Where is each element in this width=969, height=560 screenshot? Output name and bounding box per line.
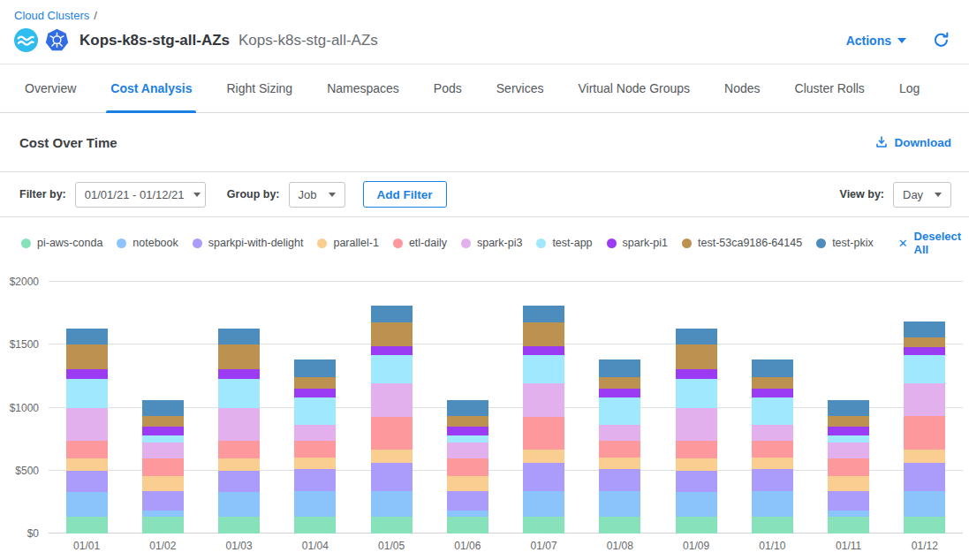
bar-segment-parallel-1[interactable]	[294, 458, 336, 469]
bar-segment-spark-pi1[interactable]	[142, 427, 184, 435]
bar-segment-spark-pi3[interactable]	[218, 408, 260, 442]
tab-cluster-rolls[interactable]: Cluster Rolls	[792, 64, 867, 112]
bar-segment-test-pkix[interactable]	[142, 400, 184, 416]
legend-item-test-app[interactable]: test-app	[536, 237, 592, 249]
bar-segment-notebook[interactable]	[904, 491, 945, 517]
bar-segment-spark-pi1[interactable]	[66, 369, 108, 379]
bar-segment-parallel-1[interactable]	[599, 458, 640, 469]
tab-services[interactable]: Services	[494, 64, 547, 112]
bar-segment-etl-daily[interactable]	[294, 441, 336, 458]
legend-item-parallel-1[interactable]: parallel-1	[317, 237, 378, 249]
bar-segment-test-53ca9186-64145[interactable]	[371, 322, 413, 346]
bar-segment-parallel-1[interactable]	[904, 450, 945, 463]
bar-segment-test-pkix[interactable]	[447, 400, 488, 416]
bar-segment-test-53ca9186-64145[interactable]	[828, 416, 869, 427]
bar-segment-pi-aws-conda[interactable]	[676, 517, 717, 534]
legend-item-etl-daily[interactable]: etl-daily	[393, 237, 447, 249]
bar-segment-sparkpi-with-delight[interactable]	[828, 491, 869, 511]
deselect-all-button[interactable]: ✕ Deselect All	[898, 230, 969, 256]
bar-segment-etl-daily[interactable]	[66, 441, 108, 458]
bar-segment-sparkpi-with-delight[interactable]	[66, 471, 108, 492]
bar-segment-spark-pi3[interactable]	[676, 408, 717, 442]
bar-segment-test-app[interactable]	[752, 397, 793, 425]
legend-item-spark-pi3[interactable]: spark-pi3	[461, 237, 522, 249]
tab-nodes[interactable]: Nodes	[722, 64, 762, 112]
bar-segment-etl-daily[interactable]	[599, 441, 640, 458]
bar-segment-sparkpi-with-delight[interactable]	[142, 491, 184, 511]
bar-segment-pi-aws-conda[interactable]	[294, 517, 336, 534]
bar-segment-notebook[interactable]	[218, 492, 260, 518]
bar-segment-parallel-1[interactable]	[676, 458, 717, 471]
bar-segment-sparkpi-with-delight[interactable]	[904, 463, 945, 491]
bar-segment-etl-daily[interactable]	[523, 417, 564, 450]
stacked-bar-01/02[interactable]	[142, 282, 184, 534]
bar-segment-sparkpi-with-delight[interactable]	[599, 469, 640, 492]
bar-segment-pi-aws-conda[interactable]	[371, 517, 413, 534]
bar-segment-pi-aws-conda[interactable]	[904, 517, 945, 534]
view-by-select[interactable]: Day	[893, 182, 951, 208]
bar-segment-spark-pi1[interactable]	[752, 389, 793, 397]
refresh-icon[interactable]	[933, 32, 950, 49]
bar-segment-pi-aws-conda[interactable]	[599, 517, 640, 534]
stacked-bar-01/03[interactable]	[218, 282, 260, 534]
legend-item-test-53ca9186-64145[interactable]: test-53ca9186-64145	[682, 237, 802, 249]
stacked-bar-01/10[interactable]	[752, 282, 793, 534]
bar-segment-test-app[interactable]	[66, 379, 108, 407]
bar-segment-test-app[interactable]	[371, 355, 413, 383]
bar-segment-test-app[interactable]	[523, 355, 564, 383]
bar-segment-sparkpi-with-delight[interactable]	[371, 463, 413, 492]
bar-segment-notebook[interactable]	[676, 492, 717, 518]
bar-segment-test-53ca9186-64145[interactable]	[676, 344, 717, 369]
bar-segment-parallel-1[interactable]	[142, 476, 184, 490]
bar-segment-test-pkix[interactable]	[828, 400, 869, 416]
bar-segment-sparkpi-with-delight[interactable]	[523, 463, 564, 492]
bar-segment-spark-pi1[interactable]	[218, 369, 260, 379]
bar-segment-test-pkix[interactable]	[599, 359, 640, 376]
stacked-bar-01/05[interactable]	[371, 282, 413, 534]
bar-segment-spark-pi3[interactable]	[447, 443, 488, 459]
bar-segment-notebook[interactable]	[66, 492, 108, 518]
bar-segment-etl-daily[interactable]	[904, 416, 945, 450]
bar-segment-spark-pi3[interactable]	[523, 383, 564, 417]
bar-segment-spark-pi1[interactable]	[447, 427, 488, 435]
bar-segment-parallel-1[interactable]	[66, 458, 108, 471]
add-filter-button[interactable]: Add Filter	[363, 181, 447, 208]
bar-segment-notebook[interactable]	[294, 491, 336, 517]
bar-segment-test-pkix[interactable]	[371, 306, 413, 322]
bar-segment-test-app[interactable]	[218, 379, 260, 407]
bar-segment-spark-pi1[interactable]	[371, 346, 413, 354]
bar-segment-spark-pi3[interactable]	[371, 383, 413, 417]
bar-segment-spark-pi1[interactable]	[523, 346, 564, 354]
stacked-bar-01/06[interactable]	[447, 282, 488, 534]
tab-log[interactable]: Log	[897, 64, 922, 112]
date-range-select[interactable]: 01/01/21 - 01/12/21	[75, 182, 206, 208]
bar-segment-spark-pi3[interactable]	[904, 383, 945, 416]
stacked-bar-01/01[interactable]	[66, 282, 108, 534]
bar-segment-parallel-1[interactable]	[828, 476, 869, 490]
bar-segment-notebook[interactable]	[523, 491, 564, 517]
bar-segment-sparkpi-with-delight[interactable]	[447, 491, 488, 511]
bar-segment-test-53ca9186-64145[interactable]	[218, 344, 260, 369]
bar-segment-sparkpi-with-delight[interactable]	[676, 471, 717, 492]
bar-segment-parallel-1[interactable]	[752, 458, 793, 469]
bar-segment-spark-pi3[interactable]	[66, 408, 108, 442]
bar-segment-spark-pi1[interactable]	[599, 389, 640, 397]
bar-segment-test-53ca9186-64145[interactable]	[142, 416, 184, 427]
bar-segment-etl-daily[interactable]	[752, 441, 793, 458]
bar-segment-spark-pi3[interactable]	[752, 425, 793, 441]
bar-segment-test-pkix[interactable]	[904, 322, 945, 337]
bar-segment-pi-aws-conda[interactable]	[828, 517, 869, 534]
download-button[interactable]: Download	[874, 135, 952, 149]
tab-right-sizing[interactable]: Right Sizing	[223, 64, 295, 112]
stacked-bar-01/04[interactable]	[294, 282, 336, 534]
stacked-bar-01/07[interactable]	[523, 282, 564, 534]
bar-segment-test-app[interactable]	[828, 435, 869, 443]
bar-segment-parallel-1[interactable]	[371, 450, 413, 462]
bar-segment-test-app[interactable]	[294, 397, 336, 425]
bar-segment-notebook[interactable]	[371, 491, 413, 517]
bar-segment-pi-aws-conda[interactable]	[523, 517, 564, 534]
tab-overview[interactable]: Overview	[22, 64, 79, 112]
legend-item-test-pkix[interactable]: test-pkix	[816, 237, 874, 249]
bar-segment-pi-aws-conda[interactable]	[218, 517, 260, 534]
bar-segment-test-53ca9186-64145[interactable]	[599, 377, 640, 390]
